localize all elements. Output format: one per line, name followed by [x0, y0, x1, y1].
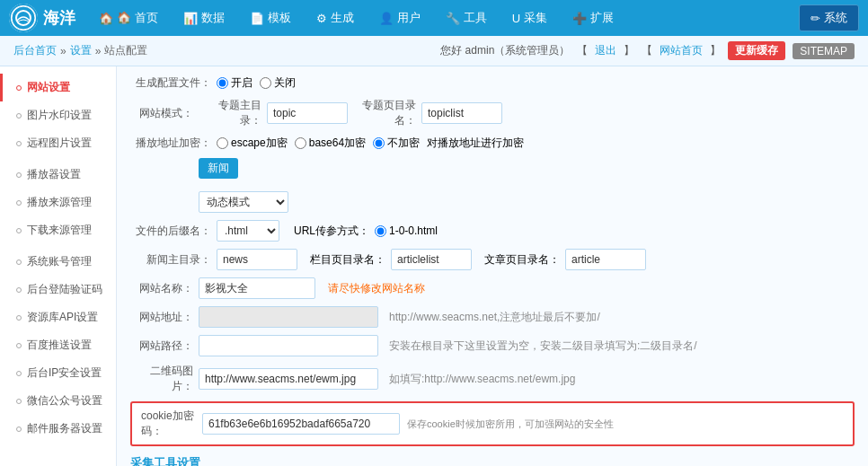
- breadcrumb: 后台首页 » 设置 » 站点配置: [13, 43, 147, 58]
- nav-generate[interactable]: ⚙ 生成: [306, 0, 365, 36]
- nav-tools[interactable]: 🔧 工具: [435, 0, 498, 36]
- nav-template[interactable]: 📄 模板: [239, 0, 302, 36]
- sidebar-dot: [16, 287, 22, 293]
- radio-base64-input[interactable]: [295, 137, 306, 149]
- topic-list-dir-input[interactable]: [421, 102, 502, 124]
- radio-no-encrypt-input[interactable]: [373, 137, 385, 149]
- sidebar-item-wechat[interactable]: 微信公众号设置: [0, 387, 116, 415]
- logout-link[interactable]: 退出: [595, 43, 616, 58]
- site-url-row: 网站地址： http://www.seacms.net,注意地址最后不要加/: [130, 306, 855, 328]
- dynamic-mode-row: 动态模式 静态模式: [130, 191, 855, 213]
- sidebar: 网站设置 图片水印设置 远程图片设置 播放器设置 播放来源管理 下载来源管理 系…: [0, 66, 117, 466]
- radio-base64[interactable]: base64加密: [295, 136, 366, 151]
- url-transfer-label: URL传参方式：: [294, 224, 369, 239]
- topic-list-dir-label: 专题页目录名：: [353, 98, 416, 128]
- qr-code-hint: 如填写:http://www.seacms.net/ewm.jpg: [389, 372, 575, 387]
- nav-data[interactable]: 📊 数据: [173, 0, 235, 36]
- sidebar-item-ip-security[interactable]: 后台IP安全设置: [0, 359, 116, 387]
- news-dir-row: 新闻主目录： 栏目页目录名： 文章页目录名：: [130, 249, 855, 270]
- cookie-box: cookie加密码： 保存cookie时候加密所用，可加强网站的安全性: [130, 401, 855, 446]
- site-home-link[interactable]: 网站首页: [660, 43, 703, 58]
- generate-config-label: 生成配置文件：: [130, 75, 211, 91]
- sidebar-item-watermark[interactable]: 图片水印设置: [0, 101, 116, 129]
- main-layout: 网站设置 图片水印设置 远程图片设置 播放器设置 播放来源管理 下载来源管理 系…: [0, 66, 868, 466]
- sidebar-item-api[interactable]: 资源库API设置: [0, 303, 116, 331]
- news-row: 新闻: [130, 158, 855, 184]
- news-tag: 新闻: [199, 158, 238, 179]
- sidebar-dot: [16, 228, 22, 233]
- file-suffix-select[interactable]: .html .shtml .htm: [217, 220, 279, 242]
- sidebar-dot: [16, 172, 22, 178]
- nav-extend[interactable]: ➕ 扩展: [562, 0, 624, 36]
- sidebar-item-label: 微信公众号设置: [27, 393, 102, 409]
- qr-code-label: 二维码图片：: [130, 364, 193, 394]
- nav-user[interactable]: 👤 用户: [368, 0, 431, 36]
- sidebar-item-label: 远程图片设置: [27, 136, 92, 151]
- news-dir-input[interactable]: [217, 249, 297, 270]
- breadcrumb-home[interactable]: 后台首页: [13, 43, 57, 58]
- file-suffix-row: 文件的后缀名： .html .shtml .htm URL传参方式： 1-0-0…: [130, 220, 855, 242]
- site-url-label: 网站地址：: [130, 310, 193, 325]
- radio-url-transfer[interactable]: 1-0-0.html: [375, 224, 438, 237]
- breadcrumb-right: 您好 admin（系统管理员） 【 退出 】 【 网站首页 】 更新缓存 SIT…: [440, 41, 855, 60]
- sidebar-item-player[interactable]: 播放器设置: [0, 161, 116, 189]
- encrypt-radio-group: escape加密 base64加密 不加密 对播放地址进行加密: [217, 136, 524, 151]
- sidebar-item-captcha[interactable]: 后台登陆验证码: [0, 276, 116, 303]
- site-url-hint: http://www.seacms.net,注意地址最后不要加/: [389, 310, 600, 325]
- cookie-input[interactable]: [202, 413, 400, 435]
- qr-code-input[interactable]: [199, 368, 378, 390]
- radio-disable[interactable]: 关闭: [260, 75, 296, 91]
- sidebar-dot: [16, 399, 22, 404]
- radio-enable-input[interactable]: [217, 77, 228, 89]
- radio-escape[interactable]: escape加密: [217, 136, 288, 151]
- sidebar-item-label: 系统账号管理: [27, 254, 92, 269]
- tools-section-link[interactable]: 采集工具设置: [130, 456, 200, 466]
- playurl-encrypt-label: 播放地址加密：: [130, 136, 211, 151]
- topic-dir-input[interactable]: [267, 102, 348, 124]
- dynamic-mode-select[interactable]: 动态模式 静态模式: [199, 191, 288, 213]
- site-name-hint: 请尽快修改网站名称: [328, 281, 425, 296]
- radio-enable[interactable]: 开启: [217, 75, 252, 91]
- sidebar-dot: [16, 113, 22, 119]
- sidebar-dot: [16, 315, 22, 321]
- breadcrumb-settings[interactable]: 设置: [70, 43, 92, 58]
- site-name-input[interactable]: [199, 277, 315, 299]
- sidebar-item-label: 下载来源管理: [27, 223, 92, 238]
- url-transfer-value: 1-0-0.html: [389, 224, 438, 237]
- sidebar-item-remote-img[interactable]: 远程图片设置: [0, 129, 116, 157]
- sidebar-item-email[interactable]: 邮件服务器设置: [0, 415, 116, 443]
- playurl-encrypt-row: 播放地址加密： escape加密 base64加密 不加密 对播放地址进行加密: [130, 136, 855, 151]
- sidebar-item-label: 后台IP安全设置: [27, 365, 102, 381]
- sidebar-item-baidu[interactable]: 百度推送设置: [0, 331, 116, 359]
- column-dir-input[interactable]: [391, 249, 472, 270]
- sidebar-item-label: 网站设置: [27, 80, 70, 95]
- generate-config-radio-group: 开启 关闭: [217, 75, 296, 91]
- sidebar-item-label: 图片水印设置: [27, 108, 92, 123]
- breadcrumb-current: 站点配置: [104, 43, 147, 58]
- nav-collect[interactable]: U 采集: [501, 0, 558, 36]
- sidebar-item-account[interactable]: 系统账号管理: [0, 248, 116, 276]
- sidebar-dot: [16, 371, 22, 376]
- nav-system[interactable]: ✏ 系统: [799, 4, 859, 31]
- nav-home[interactable]: 🏠 🏠 首页: [88, 0, 169, 36]
- sidebar-item-label: 百度推送设置: [27, 338, 92, 353]
- sidebar-item-download-source[interactable]: 下载来源管理: [0, 216, 116, 244]
- logo-icon: [9, 4, 38, 32]
- sidebar-item-label: 后台登陆验证码: [27, 282, 102, 297]
- update-cache-button[interactable]: 更新缓存: [728, 41, 785, 60]
- news-dir-label: 新闻主目录：: [130, 252, 211, 268]
- site-url-input[interactable]: [199, 306, 378, 328]
- sidebar-dot: [16, 85, 22, 91]
- site-path-input[interactable]: [199, 335, 378, 356]
- sidebar-item-label: 资源库API设置: [27, 310, 98, 325]
- article-dir-input[interactable]: [565, 249, 646, 270]
- radio-disable-input[interactable]: [260, 77, 271, 89]
- sidebar-item-website-settings[interactable]: 网站设置: [0, 74, 116, 101]
- sidebar-item-play-source[interactable]: 播放来源管理: [0, 189, 116, 216]
- radio-escape-input[interactable]: [217, 137, 228, 149]
- radio-url-transfer-input[interactable]: [375, 225, 386, 237]
- welcome-text: 您好 admin（系统管理员）: [440, 43, 570, 58]
- site-name-row: 网站名称： 请尽快修改网站名称: [130, 277, 855, 299]
- radio-no-encrypt[interactable]: 不加密: [373, 136, 420, 151]
- sitemap-button[interactable]: SITEMAP: [793, 43, 855, 59]
